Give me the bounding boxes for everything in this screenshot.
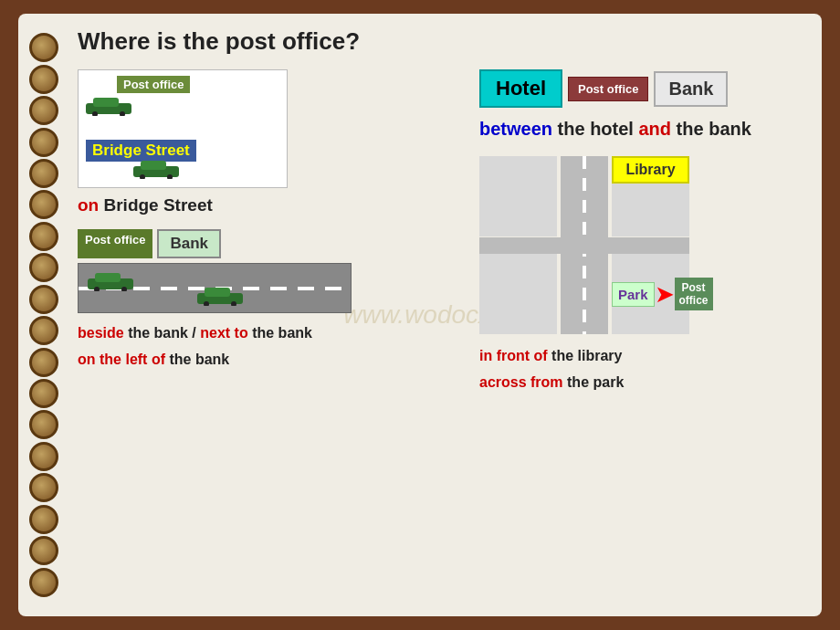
- car-icon-2: [133, 159, 184, 183]
- on-bridge-street-text: on Bridge Street: [78, 195, 461, 215]
- intersection-diagram: Library Park ➤ Post office: [479, 156, 689, 334]
- beside-text: beside the bank / next to the bank on th…: [78, 320, 461, 373]
- on-left-line: on the left of the bank: [78, 347, 461, 373]
- hotel-bank-row: Hotel Post office Bank: [479, 69, 803, 108]
- svg-rect-13: [205, 288, 230, 297]
- spiral-ring: [29, 128, 58, 157]
- beside-bank-section: Post office Bank: [78, 229, 461, 373]
- spiral-ring: [29, 222, 58, 251]
- arrow-right-icon: ➤: [655, 282, 675, 306]
- block-topright: Library: [612, 156, 689, 236]
- between-text: between the hotel and the bank: [479, 119, 803, 140]
- spiral-ring: [29, 536, 58, 565]
- spiral-ring: [29, 190, 58, 219]
- bridge-street-rest: Bridge Street: [99, 195, 213, 215]
- page-title: Where is the post office?: [78, 27, 803, 56]
- post-office-label-4: Post office: [675, 278, 713, 310]
- right-column: Hotel Post office Bank between the hotel…: [479, 69, 803, 396]
- on-keyword: on: [78, 195, 99, 215]
- svg-rect-9: [95, 273, 121, 282]
- spiral-ring: [29, 33, 58, 62]
- and-keyword: and: [638, 119, 671, 139]
- page-content: www.wodocx.com Where is the post office?…: [68, 14, 822, 616]
- in-front-keyword: in front of: [479, 348, 548, 363]
- across-from-line: across from the park: [479, 370, 803, 396]
- spiral-ring: [29, 96, 58, 125]
- on-left-keyword: on the left of: [78, 352, 165, 367]
- spiral-ring: [29, 505, 58, 534]
- post-office-label-2: Post office: [568, 77, 648, 101]
- in-front-across-text: in front of the library across from the …: [479, 343, 803, 396]
- post-office-label-1: Post office: [117, 76, 190, 93]
- spiral-binding: [18, 14, 68, 616]
- spiral-ring: [29, 285, 58, 314]
- left-column: Post office Bridge Street: [78, 69, 461, 396]
- spiral-ring: [29, 410, 58, 439]
- hotel-box: Hotel: [479, 69, 562, 108]
- car-icon-4: [197, 286, 247, 310]
- svg-rect-1: [93, 98, 119, 107]
- spiral-ring: [29, 473, 58, 502]
- block-bottomleft: [479, 254, 557, 334]
- across-from-keyword: across from: [479, 374, 563, 390]
- block-topleft: [479, 156, 557, 236]
- car-icon-1: [86, 96, 136, 120]
- spiral-ring: [29, 65, 58, 94]
- post-office-label-3: Post office: [78, 229, 152, 258]
- next-to-keyword: next to: [200, 325, 247, 341]
- spiral-ring: [29, 379, 58, 408]
- spiral-ring: [29, 316, 58, 345]
- svg-rect-5: [141, 161, 166, 170]
- bank-label-bottom: Bank: [157, 229, 221, 258]
- in-front-line: in front of the library: [479, 343, 803, 370]
- beside-keyword: beside: [78, 325, 124, 341]
- spiral-ring: [29, 568, 58, 597]
- park-box: Park: [612, 282, 655, 307]
- road-horizontal: [479, 237, 689, 254]
- between-keyword: between: [479, 119, 552, 139]
- spiral-ring: [29, 253, 58, 282]
- car-icon-3: [88, 271, 138, 295]
- block-bottomright: Park ➤ Post office: [612, 254, 689, 334]
- library-box: Library: [612, 156, 689, 184]
- spiral-ring: [29, 159, 58, 188]
- spiral-ring: [29, 348, 58, 377]
- notebook: www.wodocx.com Where is the post office?…: [18, 14, 822, 616]
- bank-box-top: Bank: [654, 71, 728, 107]
- road-illustration: [78, 263, 352, 313]
- beside-line1: beside the bank / next to the bank: [78, 320, 461, 347]
- bridge-street-illustration: Post office Bridge Street: [78, 69, 288, 188]
- bottom-label-row: Post office Bank: [78, 229, 461, 258]
- main-layout: Post office Bridge Street: [78, 69, 803, 396]
- spiral-ring: [29, 442, 58, 471]
